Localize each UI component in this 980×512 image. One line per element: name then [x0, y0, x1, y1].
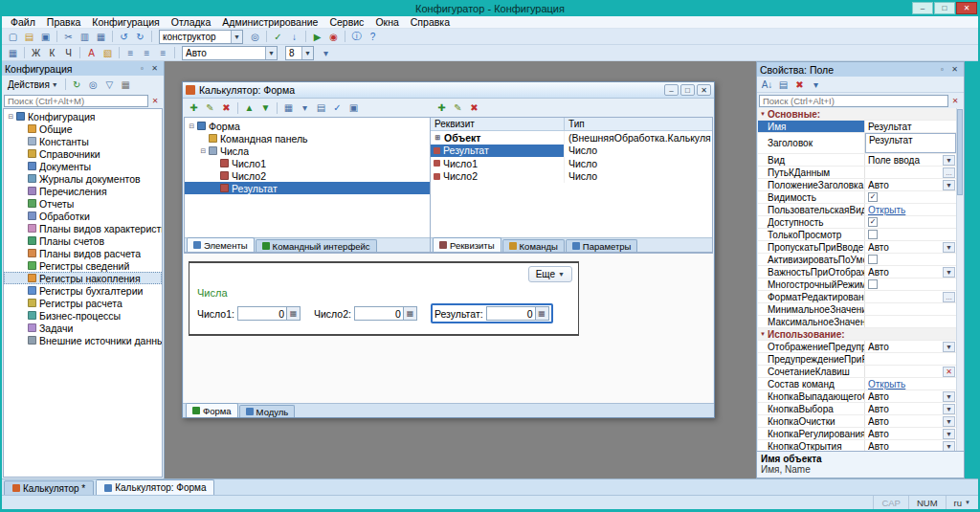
category-view-icon[interactable]: ▤	[775, 78, 791, 92]
property-value[interactable]: …	[865, 291, 956, 302]
menu-item[interactable]: Файл	[5, 16, 41, 29]
dropdown-button[interactable]: ▼	[943, 416, 955, 427]
property-value[interactable]	[865, 303, 956, 315]
property-row[interactable]: ФорматРедактирования…	[758, 291, 956, 303]
property-label[interactable]: МинимальноеЗначение	[758, 303, 865, 315]
property-link[interactable]: Открыть	[868, 379, 905, 390]
property-label[interactable]: КнопкаОткрытия	[758, 440, 865, 451]
info-icon[interactable]: ⓘ	[348, 30, 365, 44]
move-up-icon[interactable]: ▲	[241, 100, 257, 115]
font-size-input[interactable]	[286, 47, 301, 59]
attribute-name-cell[interactable]: Результат	[431, 145, 565, 158]
tree-item[interactable]: Командная панель	[185, 132, 430, 145]
field-input[interactable]	[354, 306, 404, 321]
ellipsis-button[interactable]: …	[943, 167, 955, 178]
search-combo-input[interactable]	[160, 31, 231, 43]
property-label[interactable]: ОтображениеПредупреждения	[758, 341, 865, 352]
fill-color-icon[interactable]: ▧	[100, 46, 116, 60]
property-value[interactable]: ✕	[865, 366, 956, 377]
property-row[interactable]: МинимальноеЗначение	[758, 303, 956, 316]
tree-item[interactable]: Планы счетов	[4, 234, 162, 247]
property-row[interactable]: ПутьКДанным…	[758, 167, 956, 179]
property-label[interactable]: Вид	[758, 154, 865, 166]
tab[interactable]: Калькулятор: Форма	[96, 479, 214, 495]
paste-icon[interactable]: ▦	[93, 30, 109, 44]
property-label[interactable]: ТолькоПросмотр	[758, 229, 865, 240]
field-select-button[interactable]: ▦	[287, 306, 301, 321]
property-value[interactable]: Поле ввода▼	[865, 154, 956, 166]
tree-item[interactable]: Бизнес-процессы	[4, 309, 162, 322]
save-icon[interactable]: ▣	[37, 30, 54, 44]
find-icon[interactable]: ◎	[85, 78, 101, 92]
layout-icon[interactable]: ▦	[280, 100, 297, 115]
windows-layout-icon[interactable]: ▦	[5, 46, 21, 60]
update-db-config-icon[interactable]: ↓	[286, 30, 302, 44]
property-label[interactable]: ФорматРедактирования	[758, 291, 865, 302]
attribute-type-cell[interactable]: Число	[565, 145, 712, 158]
more-toolbar-icon[interactable]: ▾	[318, 46, 334, 60]
property-row[interactable]: ОтображениеПредупрежденияАвто▼	[758, 341, 956, 353]
move-down-icon[interactable]: ▼	[257, 100, 274, 115]
property-row[interactable]: КнопкаОткрытияАвто▼	[758, 440, 956, 451]
undo-icon[interactable]: ↺	[116, 30, 132, 44]
preview-icon[interactable]: ▣	[345, 100, 362, 115]
start-debugging-icon[interactable]: ▶	[309, 30, 325, 44]
property-label[interactable]: ПутьКДанным	[758, 167, 865, 178]
field-input[interactable]	[237, 306, 287, 321]
property-value[interactable]: Авто▼	[865, 415, 956, 427]
align-left-icon[interactable]: ≡	[122, 46, 139, 60]
search-input[interactable]	[759, 95, 948, 107]
field-select-button[interactable]: ▦	[536, 306, 549, 321]
edit-icon[interactable]: ✎	[202, 100, 218, 115]
property-section-header[interactable]: ▼Использование:	[758, 328, 956, 341]
tree-item[interactable]: ⊟Форма	[185, 120, 430, 132]
more-button[interactable]: Еще ▼	[528, 266, 572, 282]
property-value[interactable]: Результат	[865, 121, 956, 132]
font-combo[interactable]: ▼	[182, 46, 278, 60]
attribute-row[interactable]: РезультатЧисло	[431, 145, 712, 158]
find-icon[interactable]: ◎	[247, 30, 263, 44]
breakpoint-icon[interactable]: ◉	[325, 30, 342, 44]
underline-icon[interactable]: Ч	[60, 46, 77, 60]
align-center-icon[interactable]: ≡	[139, 46, 155, 60]
property-label[interactable]: КнопкаОчистки	[758, 415, 865, 427]
tree-item[interactable]: Журналы документов	[4, 172, 162, 185]
tree-item[interactable]: Регистры накопления	[4, 272, 162, 284]
new-file-icon[interactable]: ▢	[5, 30, 21, 44]
tree-item[interactable]: ⊟Числа	[185, 145, 430, 157]
property-value[interactable]: Авто▼	[865, 266, 956, 278]
property-row[interactable]: КнопкаРегулированияАвто▼	[758, 428, 956, 440]
language-indicator[interactable]: ru ▼	[946, 496, 978, 509]
dropdown-button[interactable]: ▼	[943, 180, 955, 190]
property-value[interactable]: Результат	[865, 133, 956, 153]
checkbox[interactable]	[868, 230, 878, 239]
property-row[interactable]: КнопкаВыпадающегоСпискаАвто▼	[758, 390, 956, 403]
tab[interactable]: Параметры	[566, 239, 638, 252]
tree-item[interactable]: Регистры бухгалтерии	[4, 284, 162, 297]
attribute-name-cell[interactable]: Число2	[431, 170, 565, 184]
property-label[interactable]: СочетаниеКлавиш	[758, 366, 865, 377]
clear-icon[interactable]: ✖	[791, 78, 808, 92]
add-icon[interactable]: ✚	[186, 100, 202, 115]
font-color-icon[interactable]: А	[83, 46, 100, 60]
tree-item[interactable]: ⊟Конфигурация	[4, 110, 162, 122]
property-row[interactable]: ПользовательскаяВидимостьОткрыть	[758, 204, 956, 216]
tree-item[interactable]: Перечисления	[4, 185, 162, 197]
property-label[interactable]: ПропускатьПриВводе	[758, 241, 865, 253]
tree-item[interactable]: Регистры сведений	[4, 259, 162, 272]
tree-item[interactable]: Обработки	[4, 210, 162, 222]
maximize-button[interactable]: □	[934, 2, 955, 14]
chevron-down-icon[interactable]: ▼	[265, 47, 277, 59]
attribute-type-cell[interactable]: Число	[565, 157, 712, 170]
property-value[interactable]: Авто▼	[865, 440, 956, 451]
menu-item[interactable]: Конфигурация	[86, 16, 165, 29]
maximize-button[interactable]: □	[680, 84, 695, 96]
property-row[interactable]: МногострочныйРежим	[758, 278, 956, 291]
menu-item[interactable]: Сервис	[323, 16, 369, 29]
minimize-button[interactable]: –	[664, 84, 679, 96]
checkbox[interactable]	[868, 255, 878, 264]
property-row[interactable]: ПоложениеЗаголовкаАвто▼	[758, 179, 956, 191]
font-size-combo[interactable]: ▼	[285, 46, 314, 60]
check-config-icon[interactable]: ✓	[270, 30, 286, 44]
property-row[interactable]: АктивизироватьПоУмолчанию	[758, 254, 956, 266]
